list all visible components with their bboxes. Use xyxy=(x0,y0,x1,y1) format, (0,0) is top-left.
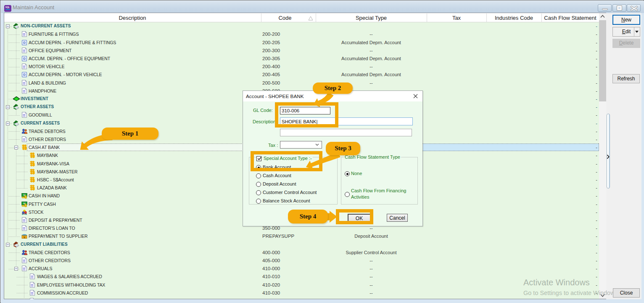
svg-text:SQL: SQL xyxy=(5,6,10,8)
svg-text:$: $ xyxy=(24,236,25,239)
